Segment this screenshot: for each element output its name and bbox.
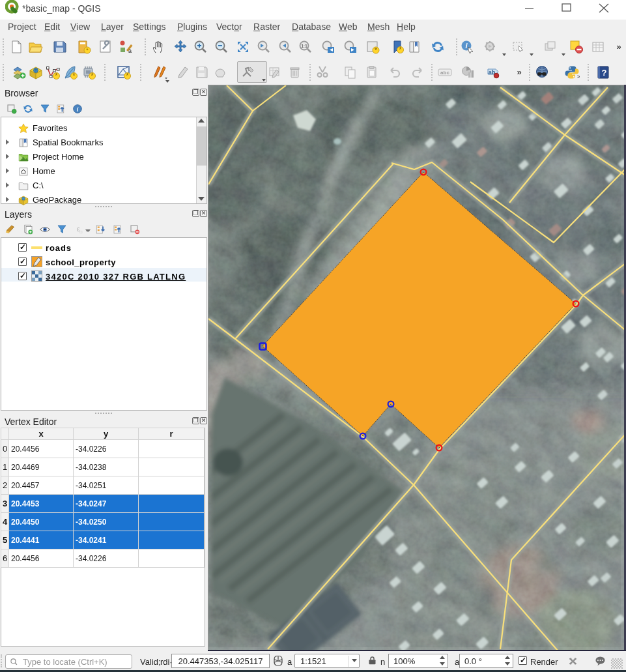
- svg-text:1:1: 1:1: [301, 44, 307, 48]
- svg-text:?: ?: [602, 68, 607, 78]
- svg-text:□: □: [80, 230, 83, 234]
- svg-text:»: »: [517, 67, 521, 77]
- svg-text:*: *: [399, 46, 402, 53]
- svg-text:*: *: [126, 72, 129, 80]
- svg-text:*: *: [375, 47, 377, 54]
- svg-text:a: a: [128, 48, 132, 54]
- svg-text:*: *: [86, 47, 89, 53]
- svg-text:*: *: [55, 72, 58, 80]
- svg-text:>: >: [577, 74, 580, 80]
- svg-text:»: »: [616, 42, 621, 51]
- svg-text:*: *: [73, 72, 76, 80]
- svg-text:abc: abc: [440, 70, 449, 76]
- svg-text:*: *: [91, 72, 94, 80]
